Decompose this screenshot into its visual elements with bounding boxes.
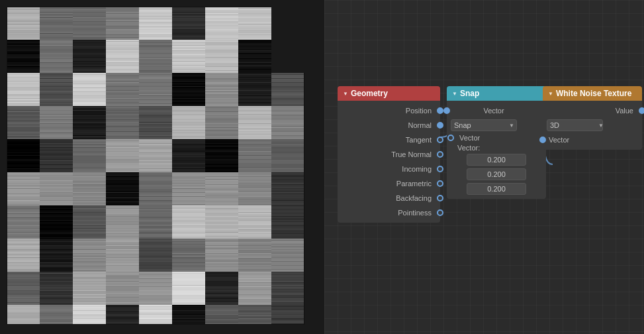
- viewport: [0, 0, 324, 334]
- geometry-parametric-socket[interactable]: [437, 180, 443, 187]
- white-noise-value-label: Value: [543, 107, 639, 115]
- white-noise-dim-row: 3D 1D 2D 4D: [543, 118, 642, 133]
- geometry-incoming-socket[interactable]: [437, 166, 443, 172]
- geometry-node-header: ▼ Geometry: [338, 86, 440, 101]
- geometry-row-parametric: Parametric: [338, 176, 440, 191]
- snap-vector-y-row: [447, 167, 546, 182]
- geometry-collapse-icon[interactable]: ▼: [343, 91, 348, 97]
- geometry-tangent-socket[interactable]: [437, 137, 443, 143]
- node-editor: ▼ Geometry Position Normal Tangent True …: [324, 0, 644, 334]
- white-noise-dim-wrapper[interactable]: 3D 1D 2D 4D: [547, 119, 606, 131]
- geometry-backfacing-label: Backfacing: [338, 194, 437, 202]
- geometry-normal-socket[interactable]: [437, 122, 443, 129]
- noise-canvas: [7, 7, 304, 325]
- white-noise-node-title: White Noise Texture: [556, 89, 631, 98]
- snap-node-body: Vector Snap Vector Vector:: [447, 101, 546, 199]
- white-noise-vector-socket[interactable]: [539, 137, 546, 143]
- snap-vector-input-socket[interactable]: [443, 107, 450, 114]
- geometry-row-true-normal: True Normal: [338, 147, 440, 162]
- white-noise-node-body: Value 3D 1D 2D 4D Vector: [543, 101, 642, 150]
- node-white-noise: ▼ White Noise Texture Value 3D 1D 2D 4D: [543, 86, 642, 150]
- white-noise-vector-label: Vector: [546, 136, 569, 144]
- white-noise-value-socket[interactable]: [639, 107, 644, 114]
- geometry-row-pointiness: Pointiness: [338, 205, 440, 220]
- snap-vector-x-input[interactable]: [467, 154, 526, 166]
- snap-vector2-input-socket[interactable]: [447, 135, 454, 141]
- geometry-position-socket[interactable]: [437, 107, 443, 114]
- geometry-backfacing-socket[interactable]: [437, 195, 443, 201]
- geometry-parametric-label: Parametric: [338, 180, 437, 188]
- snap-vector-z-row: [447, 182, 546, 196]
- geometry-pointiness-label: Pointiness: [338, 209, 437, 217]
- snap-select[interactable]: Snap: [451, 119, 517, 131]
- geometry-tangent-label: Tangent: [338, 136, 437, 144]
- geometry-true-normal-socket[interactable]: [437, 151, 443, 158]
- snap-dropdown-row: Snap: [447, 118, 546, 133]
- geometry-node-body: Position Normal Tangent True Normal Inco…: [338, 101, 440, 223]
- geometry-normal-label: Normal: [338, 121, 437, 129]
- geometry-position-label: Position: [338, 107, 437, 115]
- snap-vector-z-input[interactable]: [467, 183, 526, 195]
- geometry-row-backfacing: Backfacing: [338, 191, 440, 205]
- white-noise-vector-row: Vector: [543, 133, 642, 147]
- snap-vector-input-label: Vector: [450, 107, 543, 115]
- node-snap: ▼ Snap Vector Snap Vector: [447, 86, 546, 199]
- white-noise-node-header: ▼ White Noise Texture: [543, 86, 642, 101]
- snap-vector-label-row: Vector: [447, 133, 546, 143]
- snap-vector-sub-label: Vector: [457, 134, 480, 142]
- snap-vector-colon-row: Vector:: [447, 143, 546, 152]
- snap-collapse-icon[interactable]: ▼: [452, 91, 457, 97]
- snap-vector-row: Vector: [447, 103, 546, 118]
- node-geometry: ▼ Geometry Position Normal Tangent True …: [338, 86, 440, 223]
- geometry-true-normal-label: True Normal: [338, 150, 437, 158]
- geometry-pointiness-socket[interactable]: [437, 209, 443, 216]
- geometry-node-title: Geometry: [351, 89, 388, 98]
- snap-node-title: Snap: [460, 89, 479, 98]
- snap-select-wrapper[interactable]: Snap: [451, 119, 517, 131]
- snap-vector-y-input[interactable]: [467, 168, 526, 180]
- geometry-row-normal: Normal: [338, 118, 440, 133]
- snap-node-header: ▼ Snap: [447, 86, 546, 101]
- snap-vector-colon-label: Vector:: [457, 144, 480, 152]
- geometry-row-tangent: Tangent: [338, 133, 440, 147]
- white-noise-dim-select[interactable]: 3D 1D 2D 4D: [547, 119, 603, 131]
- white-noise-value-row: Value: [543, 103, 642, 118]
- geometry-incoming-label: Incoming: [338, 165, 437, 173]
- geometry-row-position: Position: [338, 103, 440, 118]
- snap-vector-x-row: [447, 152, 546, 167]
- white-noise-collapse-icon[interactable]: ▼: [548, 91, 553, 97]
- geometry-row-incoming: Incoming: [338, 162, 440, 176]
